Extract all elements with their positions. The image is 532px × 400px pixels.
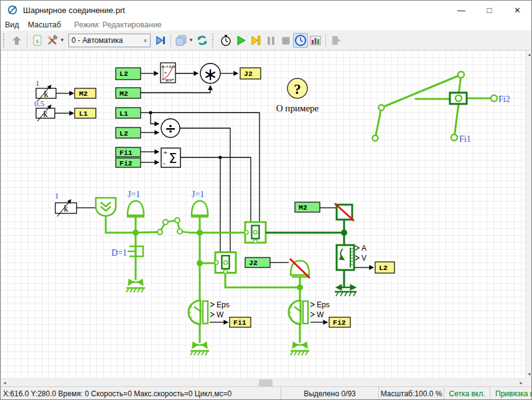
- gain-block-3[interactable]: k 1: [55, 191, 77, 216]
- multiply-block[interactable]: ∗: [200, 63, 220, 85]
- menu-view[interactable]: Вид: [1, 21, 24, 29]
- angle-sensor-1[interactable]: Eps W: [189, 300, 230, 324]
- stop-button[interactable]: [278, 33, 293, 48]
- poly-plus: +: [164, 70, 167, 75]
- sum-block[interactable]: Σ + -: [161, 148, 180, 167]
- inertia-mass-2[interactable]: J=1: [191, 190, 208, 217]
- hinge-joint-upper[interactable]: [245, 222, 266, 243]
- mode-select[interactable]: 0 - Автоматика ∨: [68, 34, 151, 47]
- polynomial-block[interactable]: a₀+a₁x + a₂x²: [161, 63, 175, 83]
- up-arrow-button[interactable]: [9, 33, 24, 48]
- gain-label: k: [44, 109, 48, 119]
- input-block-L2b[interactable]: L2: [116, 128, 141, 138]
- block-label: L1: [119, 109, 128, 118]
- about-example-label: О примере: [276, 103, 319, 113]
- output-block-M2[interactable]: M2: [75, 88, 96, 98]
- chart-button[interactable]: [308, 33, 323, 48]
- position-sensor[interactable]: A V: [337, 244, 366, 270]
- app-window: Шарнирное соединение.prt — □ ✕ Вид Масшт…: [0, 0, 532, 400]
- tools-button[interactable]: [45, 33, 60, 48]
- block-label: M2: [299, 203, 307, 212]
- play-button[interactable]: [233, 33, 248, 48]
- toolbar-separator: [325, 34, 326, 47]
- minimize-button[interactable]: —: [447, 1, 475, 19]
- input-block-M2[interactable]: M2: [116, 88, 141, 98]
- torque-source[interactable]: [96, 198, 116, 216]
- output-block-J2[interactable]: J2: [240, 68, 261, 79]
- angle-sensor-2[interactable]: Eps W: [289, 300, 330, 324]
- up-arrow-icon: [11, 34, 23, 47]
- sum-plus: +: [163, 149, 168, 156]
- rotational-ground[interactable]: [291, 345, 309, 355]
- input-block-L1[interactable]: L1: [116, 108, 141, 118]
- layers-button[interactable]: [174, 33, 189, 48]
- disabled-gauge[interactable]: [290, 259, 310, 278]
- block-label: L2: [119, 70, 128, 78]
- tools-dropdown-icon[interactable]: ▼: [60, 37, 65, 43]
- about-example-button[interactable]: ? О примере: [276, 78, 319, 113]
- scroll-down-icon[interactable]: ▾: [526, 370, 532, 378]
- gain-block-1[interactable]: k 1: [35, 78, 56, 101]
- input-block-Fi2[interactable]: Fi2: [116, 158, 141, 167]
- layers-dropdown-icon[interactable]: ▼: [189, 37, 194, 43]
- pause-button[interactable]: [263, 33, 278, 48]
- poly-line1: a₀+a₁x: [162, 64, 176, 69]
- skip-forward-button[interactable]: [248, 33, 263, 48]
- status-snap-toggle[interactable]: Привязка вкл: [490, 387, 531, 400]
- horizontal-scrollbar[interactable]: ◂ ▸: [1, 378, 525, 386]
- output-block-L1[interactable]: L1: [75, 108, 96, 118]
- menu-zoom[interactable]: Масштаб: [24, 21, 65, 29]
- pause-icon: [264, 34, 277, 47]
- clock-button[interactable]: [293, 33, 308, 48]
- output-block-L2[interactable]: L2: [375, 262, 394, 273]
- output-block-Fi2[interactable]: Fi2: [329, 317, 350, 327]
- window-title: Шарнирное соединение.prt: [23, 6, 125, 15]
- wire-junction: [149, 111, 152, 114]
- input-block-J2[interactable]: J2: [245, 258, 270, 267]
- translational-ground[interactable]: [335, 287, 357, 296]
- input-block-M2-right[interactable]: M2: [295, 202, 320, 212]
- rotational-ground[interactable]: [190, 345, 209, 355]
- block-label: Fi1: [119, 149, 133, 157]
- hinge-joint-lower[interactable]: [215, 253, 236, 274]
- exit-button: [329, 33, 343, 48]
- stopwatch-button[interactable]: [218, 33, 233, 48]
- play-icon: [235, 34, 247, 47]
- clock-icon: [294, 34, 307, 47]
- input-block-Fi1[interactable]: Fi1: [116, 147, 141, 157]
- vertical-scrollbar[interactable]: ▴ ▾: [525, 50, 532, 378]
- rotational-ground[interactable]: [126, 282, 145, 292]
- output-block-Fi1[interactable]: Fi1: [230, 317, 251, 327]
- status-grid-toggle[interactable]: Сетка вкл.: [444, 387, 490, 400]
- horizontal-scroll-thumb[interactable]: [259, 379, 273, 386]
- damper[interactable]: D=1: [111, 246, 143, 258]
- divide-symbol: ÷: [165, 121, 176, 136]
- block-label: Fi2: [119, 159, 133, 167]
- block-label: Fi2: [333, 319, 346, 327]
- mech-junction: [341, 230, 347, 236]
- status-bar: X:616.0 Y:280.0 Время: 0 Скорость=0 Макс…: [1, 386, 531, 400]
- script-icon: s: [31, 34, 44, 47]
- script-button[interactable]: s: [30, 33, 45, 48]
- block-label: Fi1: [233, 319, 246, 327]
- sync-button[interactable]: [195, 33, 210, 48]
- run-to-cursor-button[interactable]: [153, 33, 168, 48]
- sum-minus: -: [163, 159, 166, 167]
- disabled-source[interactable]: [335, 203, 354, 221]
- question-mark-icon: ?: [294, 81, 301, 97]
- close-button[interactable]: ✕: [503, 1, 531, 19]
- divide-block[interactable]: ÷: [161, 119, 180, 137]
- block-label: L1: [79, 109, 88, 118]
- input-block-L2[interactable]: L2: [116, 68, 141, 80]
- inertia-mass-1[interactable]: J=1: [127, 190, 144, 217]
- title-bar: Шарнирное соединение.prt — □ ✕: [1, 1, 531, 19]
- maximize-button[interactable]: □: [475, 1, 503, 19]
- status-selected-count: Выделено 0/93: [281, 387, 378, 400]
- mechanism-sketch[interactable]: Fi2 Fi1: [373, 72, 510, 144]
- gain-block-2[interactable]: k 0.5: [34, 99, 55, 121]
- scroll-up-icon[interactable]: ▴: [526, 50, 532, 58]
- sensor-output-eps: Eps: [317, 300, 330, 309]
- schematic-canvas[interactable]: k 1 k 0.5 k 1 M2: [1, 50, 525, 378]
- layers-icon: [175, 34, 187, 47]
- stop-icon: [279, 34, 292, 47]
